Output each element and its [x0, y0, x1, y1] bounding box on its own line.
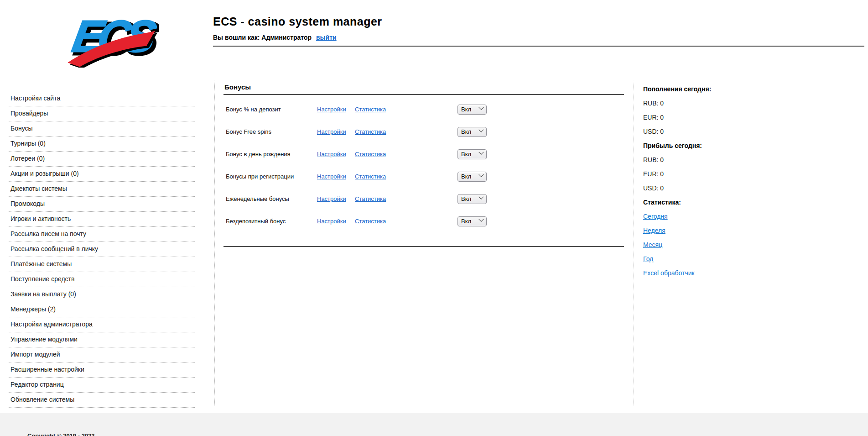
bonus-statistics-link[interactable]: Статистика	[355, 151, 457, 158]
sidebar-item[interactable]: Управление модулями	[9, 332, 195, 347]
bonus-statistics-link[interactable]: Статистика	[355, 195, 457, 202]
bonus-state-select[interactable]: Вкл	[457, 127, 487, 137]
stats-panel: Пополнения сегодня: RUB: 0EUR: 0USD: 0 П…	[643, 82, 748, 280]
sidebar-item[interactable]: Заявки на выплату (0)	[9, 287, 195, 302]
footer: Copyright © 2019 - 2023	[0, 413, 868, 436]
stats-period-link[interactable]: Неделя	[643, 224, 665, 238]
statistics-title: Статистика:	[643, 195, 748, 210]
deposits-today-values: RUB: 0EUR: 0USD: 0	[643, 96, 748, 139]
stats-period-link[interactable]: Месяц	[643, 238, 662, 252]
deposits-today-title: Пополнения сегодня:	[643, 82, 748, 96]
profit-today-title: Прибыль сегодня:	[643, 139, 748, 153]
chevron-down-icon	[478, 105, 483, 110]
currency-total: RUB: 0	[643, 153, 748, 167]
section-title: Бонусы	[224, 83, 251, 91]
main-panel-divider	[634, 80, 634, 405]
sidebar-item[interactable]: Расширенные настройки	[9, 362, 195, 378]
bonus-row: Бездепозитный бонус Настройки Статистика…	[223, 210, 624, 232]
page: ECS ECS ECS - casino system manager Вы в…	[0, 0, 868, 436]
bonus-settings-link[interactable]: Настройки	[317, 218, 355, 225]
currency-total: USD: 0	[643, 181, 748, 195]
sidebar-item[interactable]: Провайдеры	[9, 106, 195, 121]
sidebar-item[interactable]: Настройки сайта	[9, 91, 195, 106]
chevron-down-icon	[478, 150, 483, 155]
bonus-settings-link[interactable]: Настройки	[317, 195, 355, 202]
sidebar-item[interactable]: Менеджеры (2)	[9, 302, 195, 317]
sidebar-item[interactable]: Промокоды	[9, 197, 195, 212]
stats-period-link[interactable]: Год	[643, 252, 653, 266]
sidebar-item[interactable]: Лотереи (0)	[9, 152, 195, 167]
chevron-down-icon	[478, 172, 483, 177]
sidebar-item[interactable]: Обновление системы	[9, 393, 195, 408]
ecs-logo[interactable]: ECS ECS	[63, 5, 159, 68]
stats-period-link[interactable]: Сегодня	[643, 210, 668, 224]
bonus-row: Бонус Free spins Настройки Статистика Вк…	[223, 121, 624, 143]
sidebar-item[interactable]: Джекпоты системы	[9, 182, 195, 197]
chevron-down-icon	[478, 217, 483, 222]
bonus-row: Еженедельные бонусы Настройки Статистика…	[223, 188, 624, 210]
header-divider	[213, 46, 864, 47]
sidebar-main-divider	[214, 80, 215, 405]
copyright-text: Copyright © 2019 - 2023	[27, 432, 95, 436]
bonus-statistics-link[interactable]: Статистика	[355, 106, 457, 113]
bonus-statistics-link[interactable]: Статистика	[355, 218, 457, 225]
currency-total: EUR: 0	[643, 110, 748, 125]
bonus-state-select[interactable]: Вкл	[457, 149, 487, 159]
bonus-row: Бонус % на депозит Настройки Статистика …	[223, 98, 624, 121]
bonus-state-select[interactable]: Вкл	[457, 216, 487, 226]
stats-period-link[interactable]: Excel обработчик	[643, 266, 695, 280]
bonus-name: Бонус % на депозит	[223, 106, 317, 113]
bonus-settings-link[interactable]: Настройки	[317, 151, 355, 158]
bonus-name: Бонусы при регистрации	[223, 173, 317, 180]
bonus-rows: Бонус % на депозит Настройки Статистика …	[223, 98, 624, 232]
bonus-state-value: Вкл	[461, 218, 479, 225]
bonus-statistics-link[interactable]: Статистика	[355, 173, 457, 180]
logged-in-as-text: Вы вошли как: Администратор	[213, 34, 312, 41]
sidebar-item[interactable]: Редактор страниц	[9, 378, 195, 393]
bonus-row: Бонус в день рождения Настройки Статисти…	[223, 143, 624, 165]
bonus-state-value: Вкл	[461, 173, 479, 180]
currency-total: EUR: 0	[643, 167, 748, 181]
bonus-name: Бонус в день рождения	[223, 151, 317, 158]
bonus-row: Бонусы при регистрации Настройки Статист…	[223, 165, 624, 188]
bonus-statistics-link[interactable]: Статистика	[355, 128, 457, 135]
sidebar-item[interactable]: Платёжные системы	[9, 257, 195, 272]
chevron-down-icon	[478, 127, 483, 132]
header: ECS - casino system manager Вы вошли как…	[213, 15, 382, 41]
sidebar-item[interactable]: Поступление средств	[9, 272, 195, 287]
bonus-state-value: Вкл	[461, 151, 479, 158]
currency-total: RUB: 0	[643, 96, 748, 110]
sidebar-item[interactable]: Рассылка сообщений в личку	[9, 242, 195, 257]
sidebar-item[interactable]: Акции и розыгрыши (0)	[9, 167, 195, 182]
bonus-name: Бонус Free spins	[223, 128, 317, 135]
statistics-links: СегодняНеделяМесяцГодExcel обработчик	[643, 210, 748, 280]
chevron-down-icon	[478, 194, 483, 200]
bonus-settings-link[interactable]: Настройки	[317, 106, 355, 113]
bonus-state-select[interactable]: Вкл	[457, 172, 487, 182]
bonus-state-select[interactable]: Вкл	[457, 105, 487, 115]
page-title: ECS - casino system manager	[213, 15, 382, 28]
bonus-settings-link[interactable]: Настройки	[317, 128, 355, 135]
bonus-state-select[interactable]: Вкл	[457, 194, 487, 204]
bonus-state-value: Вкл	[461, 195, 479, 202]
section-top-rule	[223, 94, 624, 95]
sidebar-item[interactable]: Турниры (0)	[9, 137, 195, 152]
bonus-name: Еженедельные бонусы	[223, 195, 317, 202]
sidebar-item[interactable]: Настройки администратора	[9, 317, 195, 332]
bonus-settings-link[interactable]: Настройки	[317, 173, 355, 180]
sidebar: Настройки сайтаПровайдерыБонусыТурниры (…	[9, 91, 195, 408]
sidebar-item[interactable]: Игроки и активность	[9, 212, 195, 227]
sidebar-item[interactable]: Импорт модулей	[9, 347, 195, 362]
bonus-state-value: Вкл	[461, 106, 479, 113]
logout-link[interactable]: выйти	[316, 34, 337, 41]
sidebar-item[interactable]: Бонусы	[9, 121, 195, 137]
profit-today-values: RUB: 0EUR: 0USD: 0	[643, 153, 748, 195]
bonus-name: Бездепозитный бонус	[223, 218, 317, 225]
section-bottom-rule	[223, 246, 624, 247]
sidebar-item[interactable]: Рассылка писем на почту	[9, 227, 195, 242]
bonus-state-value: Вкл	[461, 128, 479, 135]
login-status: Вы вошли как: Администратор выйти	[213, 34, 382, 41]
currency-total: USD: 0	[643, 125, 748, 139]
